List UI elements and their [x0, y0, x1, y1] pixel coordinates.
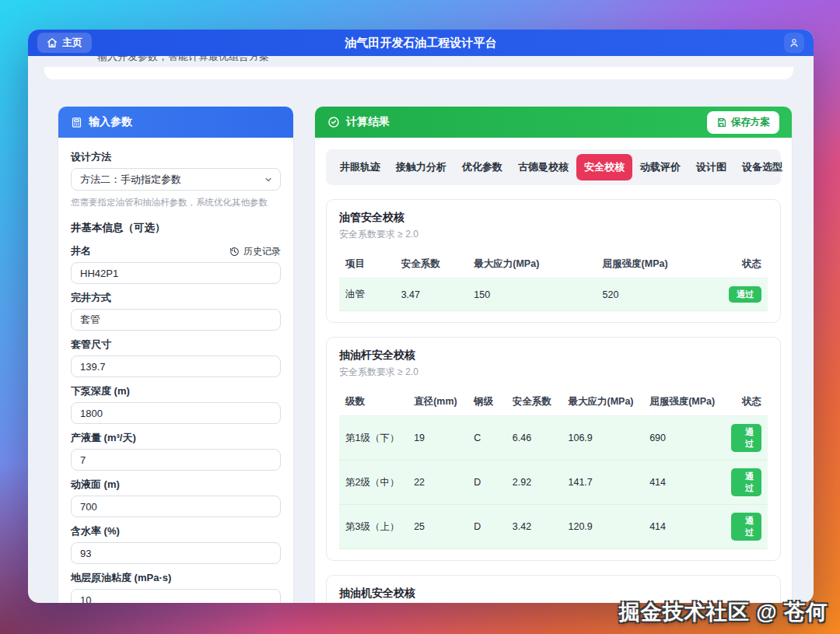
input-panel-header: 输入参数 [58, 107, 293, 138]
results-panel-title: 计算结果 [346, 115, 390, 129]
table-row: 第1级（下） 19 C 6.46 106.9 690 通过 [339, 416, 768, 461]
tab-safety-check[interactable]: 安全校核 [576, 154, 632, 180]
casing-size-field: 套管尺寸 [71, 338, 281, 377]
tab-design-drawing[interactable]: 设计图 [688, 154, 734, 180]
table-row: 第3级（上） 25 D 3.42 120.9 414 通过 [339, 505, 768, 549]
save-icon [716, 117, 726, 128]
water-cut-input[interactable] [71, 542, 281, 564]
results-tab-bar: 井眼轨迹 接触力分析 优化参数 古德曼校核 安全校核 动载评价 设计图 设备选型… [326, 149, 781, 185]
liquid-production-input[interactable] [71, 449, 281, 471]
rod-check-table: 级数 直径(mm) 钢级 安全系数 最大应力(MPa) 屈服强度(MPa) 状态 [339, 388, 768, 549]
tab-contact-force[interactable]: 接触力分析 [388, 154, 454, 180]
pump-depth-field: 下泵深度 (m) [71, 384, 281, 424]
history-icon [229, 247, 240, 257]
table-row: 油管 3.47 150 520 通过 [339, 278, 768, 311]
well-name-label: 井名 [71, 244, 91, 258]
well-name-input[interactable] [71, 262, 281, 284]
watermark: 掘金技术社区 @ 苍何 [619, 598, 828, 626]
table-header-row: 级数 直径(mm) 钢级 安全系数 最大应力(MPa) 屈服强度(MPa) 状态 [339, 388, 768, 416]
table-header-row: 项目 安全系数 最大应力(MPa) 屈服强度(MPa) 状态 [339, 250, 768, 278]
completion-type-input[interactable] [71, 309, 281, 331]
rod-section-title: 抽油杆安全校核 [339, 349, 768, 363]
input-parameters-panel: 输入参数 设计方法 方法二：手动指定参数 您需要指定油管和抽油杆参数，系统优化其… [58, 107, 293, 603]
app-title: 油气田开发石油工程设计平台 [28, 36, 814, 51]
status-badge: 通过 [731, 424, 761, 452]
tubing-safety-section: 油管安全校核 安全系数要求 ≥ 2.0 项目 安全系数 最大应力(MPa) 屈服… [326, 199, 781, 323]
input-panel-title: 输入参数 [89, 115, 132, 129]
status-badge: 通过 [729, 286, 761, 303]
water-cut-field: 含水率 (%) [71, 524, 281, 564]
oil-viscosity-field: 地层原油粘度 (mPa·s) [71, 571, 281, 603]
tab-dynamic-load[interactable]: 动载评价 [632, 154, 688, 180]
dynamic-liquid-level-input[interactable] [71, 496, 281, 517]
tab-design-report[interactable]: 设计报告 [790, 154, 792, 180]
design-method-value: 方法二：手动指定参数 [80, 173, 181, 187]
design-method-select[interactable]: 方法二：手动指定参数 [71, 168, 281, 191]
user-icon [789, 37, 800, 48]
tab-equipment-selection[interactable]: 设备选型 [734, 154, 790, 180]
rod-section-subtitle: 安全系数要求 ≥ 2.0 [339, 366, 768, 379]
app-window: 主页 油气田开发石油工程设计平台 输入开发参数，智能计算最优组合方案 输入参数 [28, 30, 814, 603]
home-button-label: 主页 [62, 36, 82, 50]
status-badge: 通过 [731, 468, 761, 496]
results-panel-header: 计算结果 保存方案 [315, 107, 792, 138]
history-link[interactable]: 历史记录 [229, 245, 281, 258]
home-button[interactable]: 主页 [37, 33, 92, 53]
design-method-hint: 您需要指定油管和抽油杆参数，系统优化其他参数 [71, 197, 281, 208]
well-info-section-label: 井基本信息（可选） [71, 221, 281, 235]
design-method-label: 设计方法 [71, 150, 281, 164]
well-name-field: 井名 历史记录 [71, 244, 281, 284]
tubing-section-title: 油管安全校核 [339, 211, 768, 225]
save-plan-button[interactable]: 保存方案 [707, 111, 779, 134]
chevron-down-icon [264, 175, 273, 184]
tab-goodman-check[interactable]: 古德曼校核 [510, 154, 576, 180]
dynamic-liquid-level-field: 动液面 (m) [71, 478, 281, 517]
results-panel: 计算结果 保存方案 井眼轨迹 接触力分析 优化参数 古德曼校核 安全校 [315, 107, 792, 603]
casing-size-input[interactable] [71, 356, 281, 377]
tubing-check-table: 项目 安全系数 最大应力(MPa) 屈服强度(MPa) 状态 油管 [339, 250, 768, 311]
user-button[interactable] [784, 33, 804, 53]
calculator-icon [71, 117, 82, 128]
check-circle-icon [327, 116, 340, 128]
pump-depth-input[interactable] [71, 402, 281, 424]
tab-well-trajectory[interactable]: 井眼轨迹 [332, 154, 388, 180]
scrolled-subtitle: 输入开发参数，智能计算最优组合方案 [97, 56, 814, 65]
clipped-top-card [44, 67, 793, 79]
completion-type-field: 完井方式 [71, 291, 281, 331]
table-row: 第2级（中） 22 D 2.92 141.7 414 通过 [339, 461, 768, 505]
liquid-production-field: 产液量 (m³/天) [71, 431, 281, 471]
tubing-section-subtitle: 安全系数要求 ≥ 2.0 [339, 228, 768, 241]
window-content: 输入开发参数，智能计算最优组合方案 输入参数 设计方法 方法二：手动指定参数 [28, 56, 814, 603]
oil-viscosity-input[interactable] [71, 589, 281, 603]
status-badge: 通过 [731, 513, 761, 541]
rod-safety-section: 抽油杆安全校核 安全系数要求 ≥ 2.0 级数 直径(mm) 钢级 安全系数 [326, 337, 781, 561]
tab-optimization-params[interactable]: 优化参数 [454, 154, 510, 180]
title-bar: 主页 油气田开发石油工程设计平台 [28, 30, 814, 56]
home-icon [47, 37, 58, 48]
